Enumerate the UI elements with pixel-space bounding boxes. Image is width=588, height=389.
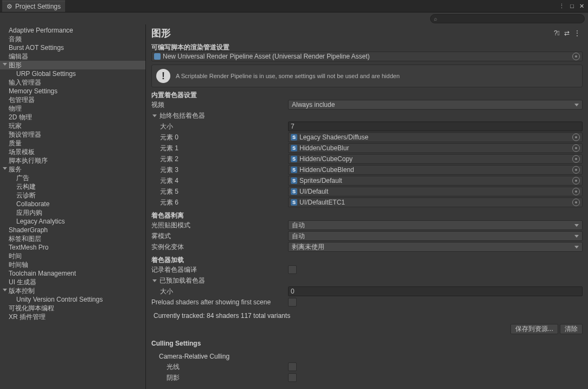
sidebar-item[interactable]: Memory Settings	[0, 87, 145, 95]
sidebar-item[interactable]: 应用内购	[0, 208, 145, 217]
sidebar-item[interactable]: URP Global Settings	[0, 69, 145, 78]
sidebar-item[interactable]: 物理	[0, 104, 145, 113]
object-selector-icon[interactable]	[572, 133, 580, 141]
srp-info-box: ! A Scriptable Render Pipeline is in use…	[151, 65, 583, 87]
asset-icon	[154, 53, 161, 60]
sidebar-item[interactable]: Adaptive Performance	[0, 26, 145, 35]
object-selector-icon[interactable]	[572, 166, 580, 174]
preload-after-checkbox[interactable]	[288, 298, 297, 307]
sidebar-item[interactable]: 包管理器	[0, 95, 145, 104]
element-label: 元素 6	[151, 198, 288, 207]
video-label: 视频	[151, 100, 288, 110]
close-icon[interactable]: ✕	[578, 3, 586, 10]
shader-icon: S	[291, 199, 297, 206]
object-selector-icon[interactable]	[572, 199, 580, 206]
sidebar-item[interactable]: Legacy Analytics	[0, 217, 145, 226]
element-label: 元素 1	[151, 144, 288, 153]
shader-icon: S	[291, 134, 297, 141]
shader-field[interactable]: SHidden/CubeBlend	[288, 165, 583, 175]
fog-label: 雾模式	[151, 232, 288, 241]
sidebar-item[interactable]: ShaderGraph	[0, 226, 145, 234]
shader-field[interactable]: SHidden/CubeCopy	[288, 154, 583, 164]
foldout-arrow-icon	[152, 279, 157, 282]
sidebar-item[interactable]: Toolchain Management	[0, 269, 145, 278]
sidebar-item[interactable]: 图形	[0, 61, 145, 69]
element-label: 元素 3	[151, 165, 288, 175]
preset-icon[interactable]: ⇄	[562, 29, 572, 37]
sidebar-item[interactable]: 云构建	[0, 182, 145, 191]
sidebar-item[interactable]: 版本控制	[0, 286, 145, 295]
svg-text:S: S	[292, 135, 296, 140]
object-selector-icon[interactable]	[572, 188, 580, 195]
sidebar-item[interactable]: Collaborate	[0, 200, 145, 208]
svg-text:S: S	[292, 145, 296, 151]
always-include-foldout[interactable]: 始终包括着色器	[151, 111, 288, 120]
element-label: 元素 2	[151, 155, 288, 164]
srp-asset-field[interactable]: New Universal Render Pipeline Asset (Uni…	[151, 52, 583, 61]
lightmap-label: 光照贴图模式	[151, 221, 288, 230]
shader-value: Hidden/CubeBlur	[299, 144, 572, 152]
sidebar-item[interactable]: Unity Version Control Settings	[0, 295, 145, 304]
sidebar-item[interactable]: XR 插件管理	[0, 313, 145, 321]
shader-value: Hidden/CubeBlend	[299, 166, 572, 174]
object-selector-icon[interactable]	[572, 53, 580, 60]
shader-field[interactable]: SLegacy Shaders/Diffuse	[288, 132, 583, 142]
sidebar-item[interactable]: 服务	[0, 165, 145, 174]
lights-checkbox[interactable]	[288, 362, 297, 371]
shader-field[interactable]: SUI/Default	[288, 187, 583, 196]
settings-content: 图形 ?⃝ ⇄ ⋮ 可编写脚本的渲染管道设置 New Universal Ren…	[146, 24, 588, 389]
window-tab[interactable]: ⚙ Project Settings	[2, 1, 65, 12]
preload-size-label: 大小	[151, 287, 288, 296]
video-select[interactable]: Always include	[288, 100, 583, 110]
maximize-icon[interactable]: □	[568, 3, 576, 9]
search-input[interactable]	[437, 15, 581, 22]
sidebar-item[interactable]: 玩家	[0, 122, 145, 130]
sidebar-item[interactable]: 脚本执行顺序	[0, 156, 145, 165]
object-selector-icon[interactable]	[572, 177, 580, 184]
sidebar-item[interactable]: UI 生成器	[0, 278, 145, 286]
builtin-section-label: 内置着色器设置	[151, 91, 583, 99]
sidebar-item[interactable]: 云诊断	[0, 191, 145, 200]
clear-button[interactable]: 清除	[560, 324, 583, 334]
svg-text:S: S	[292, 189, 296, 194]
object-selector-icon[interactable]	[572, 144, 580, 152]
sidebar-item[interactable]: 时间轴	[0, 260, 145, 269]
tracked-status: Currently tracked: 84 shaders 117 total …	[154, 312, 583, 320]
fog-select[interactable]: 自动	[288, 231, 583, 241]
shader-field[interactable]: SHidden/CubeBlur	[288, 143, 583, 153]
log-compile-checkbox[interactable]	[288, 265, 297, 274]
size-input[interactable]	[288, 122, 583, 131]
shader-value: Sprites/Default	[299, 177, 572, 184]
save-to-asset-button[interactable]: 保存到资源...	[510, 324, 558, 334]
sidebar-item[interactable]: 时间	[0, 252, 145, 260]
sidebar-item[interactable]: 质量	[0, 139, 145, 148]
sidebar-item[interactable]: Burst AOT Settings	[0, 43, 145, 52]
shader-field[interactable]: SSprites/Default	[288, 176, 583, 186]
more-icon[interactable]: ⋮	[572, 29, 583, 37]
sidebar-item[interactable]: 预设管理器	[0, 130, 145, 139]
help-icon[interactable]: ?⃝	[552, 29, 562, 37]
log-compile-label: 记录着色器编译	[151, 265, 288, 275]
gear-icon: ⚙	[7, 3, 12, 10]
sidebar-item[interactable]: 编辑器	[0, 52, 145, 61]
shader-field[interactable]: SUI/DefaultETC1	[288, 197, 583, 207]
sidebar-item[interactable]: 输入管理器	[0, 78, 145, 87]
lightmap-select[interactable]: 自动	[288, 220, 583, 230]
instancing-select[interactable]: 剥离未使用	[288, 242, 583, 252]
menu-dots-icon[interactable]: ⋮	[557, 3, 566, 10]
shadows-label: 阴影	[151, 373, 288, 382]
sidebar-item[interactable]: 音频	[0, 35, 145, 43]
search-box[interactable]: ⌕	[430, 14, 585, 23]
sidebar-item[interactable]: 广告	[0, 174, 145, 182]
srp-section-label: 可编写脚本的渲染管道设置	[151, 43, 583, 52]
shadows-checkbox[interactable]	[288, 373, 297, 382]
object-selector-icon[interactable]	[572, 155, 580, 163]
sidebar-item[interactable]: 场景模板	[0, 148, 145, 156]
sidebar-item[interactable]: 标签和图层	[0, 234, 145, 243]
sidebar-item[interactable]: 2D 物理	[0, 113, 145, 122]
preload-size-input[interactable]	[288, 286, 583, 296]
preloaded-foldout[interactable]: 已预加载着色器	[151, 276, 288, 285]
shader-icon: S	[291, 145, 297, 151]
sidebar-item[interactable]: TextMesh Pro	[0, 243, 145, 252]
sidebar-item[interactable]: 可视化脚本编程	[0, 304, 145, 313]
